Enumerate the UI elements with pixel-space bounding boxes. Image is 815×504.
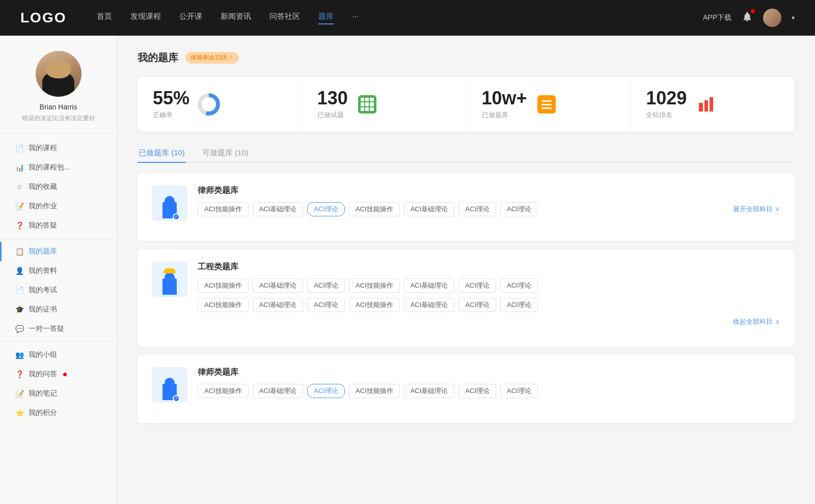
page-header: 我的题库 体验剩余23天！ bbox=[138, 51, 795, 65]
page-title: 我的题库 bbox=[138, 51, 178, 65]
nav-home[interactable]: 首页 bbox=[97, 12, 112, 24]
tags-row-1: ACI技能操作 ACI基础理论 ACI理论 ACI技能操作 ACI基础理论 AC… bbox=[198, 202, 780, 216]
tag-2-6[interactable]: ACI理论 bbox=[458, 278, 496, 293]
sidebar-item-profile[interactable]: 👤 我的资料 bbox=[0, 261, 117, 281]
bar-chart-icon bbox=[697, 95, 715, 114]
tag-2-14[interactable]: ACI理论 bbox=[500, 298, 538, 312]
sidebar-item-course-packages[interactable]: 📊 我的课程包... bbox=[0, 158, 117, 177]
sidebar-item-exam[interactable]: 📄 我的考试 bbox=[0, 281, 117, 300]
tag-3-4[interactable]: ACI技能操作 bbox=[349, 384, 400, 398]
tags-row-2a: ACI技能操作 ACI基础理论 ACI理论 ACI技能操作 ACI基础理论 AC… bbox=[198, 278, 780, 293]
stat-accuracy: 55% 正确率 bbox=[138, 77, 302, 132]
nav-news[interactable]: 新闻资讯 bbox=[221, 12, 251, 24]
engineer-icon bbox=[154, 264, 185, 295]
tag-1-2[interactable]: ACI基础理论 bbox=[253, 202, 304, 216]
sidebar-item-one-on-one[interactable]: 💬 一对一答疑 bbox=[0, 319, 117, 339]
lawyer-icon: ✓ bbox=[154, 188, 185, 218]
tag-2-10[interactable]: ACI理论 bbox=[307, 298, 345, 312]
stat-rank-label: 全站排名 bbox=[646, 110, 687, 120]
notification-badge bbox=[751, 9, 755, 13]
qa-badge bbox=[63, 373, 67, 376]
main-content: 我的题库 体验剩余23天！ 55% 正确率 130 已做试题 bbox=[117, 36, 815, 504]
groups-icon: 👥 bbox=[15, 351, 23, 359]
logo: LOGO bbox=[20, 10, 66, 26]
tags-row-3: ACI技能操作 ACI基础理论 ACI理论 ACI技能操作 ACI基础理论 AC… bbox=[198, 384, 780, 398]
trial-badge: 体验剩余23天！ bbox=[185, 52, 239, 64]
menu-divider-2 bbox=[0, 342, 117, 342]
user-dropdown-arrow[interactable]: ▾ bbox=[792, 14, 795, 21]
tag-2-9[interactable]: ACI基础理论 bbox=[253, 298, 304, 312]
nav-qa[interactable]: 问答社区 bbox=[269, 12, 300, 24]
cert-icon: 🎓 bbox=[15, 305, 23, 314]
notes-icon: 📝 bbox=[15, 389, 23, 398]
tag-2-1[interactable]: ACI技能操作 bbox=[198, 278, 249, 293]
tag-1-1[interactable]: ACI技能操作 bbox=[198, 202, 249, 216]
tag-1-4[interactable]: ACI技能操作 bbox=[349, 202, 400, 216]
tag-2-12[interactable]: ACI基础理论 bbox=[404, 298, 455, 312]
tag-2-3[interactable]: ACI理论 bbox=[307, 278, 345, 293]
notification-bell[interactable] bbox=[742, 11, 753, 24]
expand-link-1[interactable]: 展开全部科目 ∨ bbox=[733, 205, 780, 214]
app-download-btn[interactable]: APP下载 bbox=[703, 13, 731, 22]
tag-3-6[interactable]: ACI理论 bbox=[458, 384, 496, 398]
tag-1-6[interactable]: ACI理论 bbox=[458, 202, 496, 216]
avatar-image bbox=[763, 9, 781, 27]
courses-icon: 📄 bbox=[15, 144, 23, 152]
tag-1-7[interactable]: ACI理论 bbox=[500, 202, 538, 216]
homework-icon: 📝 bbox=[15, 202, 23, 210]
tab-done-banks[interactable]: 已做题库 (10) bbox=[138, 144, 186, 162]
tag-2-4[interactable]: ACI技能操作 bbox=[349, 278, 400, 293]
rank-bar-icon bbox=[695, 93, 717, 116]
sidebar-item-question-bank[interactable]: 📋 我的题库 bbox=[0, 242, 117, 261]
tag-2-2[interactable]: ACI基础理论 bbox=[253, 278, 304, 293]
nav-discover[interactable]: 发现课程 bbox=[130, 12, 161, 24]
sidebar-item-homework[interactable]: 📝 我的作业 bbox=[0, 197, 117, 216]
stat-questions-value: 130 bbox=[317, 89, 348, 107]
sidebar-item-qa[interactable]: ❓ 我的答疑 bbox=[0, 216, 117, 235]
stat-banks-value: 10w+ bbox=[482, 89, 527, 107]
tag-3-3[interactable]: ACI理论 bbox=[307, 384, 345, 398]
stat-rank: 1029 全站排名 bbox=[631, 77, 795, 132]
sidebar-item-favorites[interactable]: ☆ 我的收藏 bbox=[0, 177, 117, 197]
sidebar-item-notes[interactable]: 📝 我的笔记 bbox=[0, 384, 117, 403]
page-wrapper: Brian Harris 错误的决定比没有决定要好 📄 我的课程 📊 我的课程包… bbox=[0, 36, 815, 504]
nav-more[interactable]: ··· bbox=[352, 12, 359, 24]
points-icon: ⭐ bbox=[15, 409, 23, 417]
sidebar-item-points[interactable]: ⭐ 我的积分 bbox=[0, 403, 117, 423]
tag-2-8[interactable]: ACI技能操作 bbox=[198, 298, 249, 312]
user-avatar bbox=[36, 51, 82, 97]
tag-2-5[interactable]: ACI基础理论 bbox=[404, 278, 455, 293]
exam-icon: 📄 bbox=[15, 286, 23, 294]
sidebar-item-groups[interactable]: 👥 我的小组 bbox=[0, 345, 117, 365]
qbank-title-3: 律师类题库 bbox=[198, 367, 780, 378]
navbar: LOGO 首页 发现课程 公开课 新闻资讯 问答社区 题库 ··· APP下载 … bbox=[0, 0, 815, 36]
qbank-header-3: ✓ 律师类题库 ACI技能操作 ACI基础理论 ACI理论 ACI技能操作 AC… bbox=[152, 367, 780, 403]
tab-available-banks[interactable]: 可做题库 (10) bbox=[201, 144, 250, 162]
tag-3-2[interactable]: ACI基础理论 bbox=[253, 384, 304, 398]
tag-2-11[interactable]: ACI技能操作 bbox=[349, 298, 400, 312]
tag-1-5[interactable]: ACI基础理论 bbox=[404, 202, 455, 216]
nav-links: 首页 发现课程 公开课 新闻资讯 问答社区 题库 ··· bbox=[97, 12, 703, 24]
collapse-link-2[interactable]: 收起全部科目 ∧ bbox=[198, 317, 780, 326]
sidebar-menu: 📄 我的课程 📊 我的课程包... ☆ 我的收藏 📝 我的作业 ❓ 我的答疑 � bbox=[0, 138, 117, 423]
sidebar-item-courses[interactable]: 📄 我的课程 bbox=[0, 138, 117, 158]
pie-chart bbox=[198, 93, 220, 116]
user-avatar-nav[interactable] bbox=[763, 9, 781, 27]
lawyer-icon-wrap-2: ✓ bbox=[152, 367, 187, 403]
profile-icon: 👤 bbox=[15, 267, 23, 275]
tag-1-3[interactable]: ACI理论 bbox=[307, 202, 345, 216]
tag-3-5[interactable]: ACI基础理论 bbox=[404, 384, 455, 398]
stat-banks-done: 10w+ 已做题库 bbox=[467, 77, 631, 132]
user-motto: 错误的决定比没有决定要好 bbox=[10, 114, 106, 123]
qbank-title-1: 律师类题库 bbox=[198, 185, 780, 196]
tag-3-7[interactable]: ACI理论 bbox=[500, 384, 538, 398]
nav-question-bank[interactable]: 题库 bbox=[318, 12, 334, 24]
tag-3-1[interactable]: ACI技能操作 bbox=[198, 384, 249, 398]
tag-2-7[interactable]: ACI理论 bbox=[500, 278, 538, 293]
stats-row: 55% 正确率 130 已做试题 bbox=[138, 77, 795, 132]
tag-2-13[interactable]: ACI理论 bbox=[458, 298, 496, 312]
sidebar-item-certificate[interactable]: 🎓 我的证书 bbox=[0, 300, 117, 319]
nav-open-course[interactable]: 公开课 bbox=[179, 12, 202, 24]
banks-list-icon bbox=[535, 93, 558, 116]
sidebar-item-my-qa[interactable]: ❓ 我的问答 bbox=[0, 365, 117, 384]
